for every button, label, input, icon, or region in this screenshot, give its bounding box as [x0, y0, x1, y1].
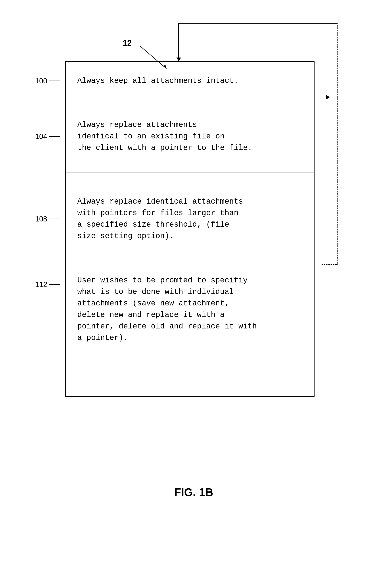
ref-label-100: 100	[35, 77, 60, 85]
option-100-row: 100 Always keep all attachments intact.	[66, 62, 314, 100]
option-104-row: 104 Always replace attachments identical…	[66, 100, 314, 173]
option-112-row: 112 User wishes to be promted to specifi…	[66, 265, 314, 351]
main-box: 100 Always keep all attachments intact. …	[65, 61, 315, 397]
top-arrow	[178, 23, 179, 61]
ref-label-104: 104	[35, 132, 60, 141]
option-104-text: Always replace attachments identical to …	[77, 119, 252, 154]
diagram-container: 12 100 Always keep all attachments intac…	[31, 23, 357, 522]
option-100-text: Always keep all attachments intact.	[77, 75, 238, 87]
top-horizontal-line	[178, 23, 337, 24]
right-arrow	[315, 97, 330, 97]
option-108-text: Always replace identical attachments wit…	[77, 196, 243, 242]
label-12: 12	[123, 38, 132, 48]
ref-label-108: 108	[35, 215, 60, 223]
ref-label-112: 112	[35, 281, 60, 289]
option-112-text: User wishes to be promted to specifiy wh…	[77, 275, 257, 344]
option-108-row: 108 Always replace identical attachments…	[66, 173, 314, 265]
dashed-box	[322, 23, 337, 265]
figure-caption: FIG. 1B	[174, 486, 213, 499]
